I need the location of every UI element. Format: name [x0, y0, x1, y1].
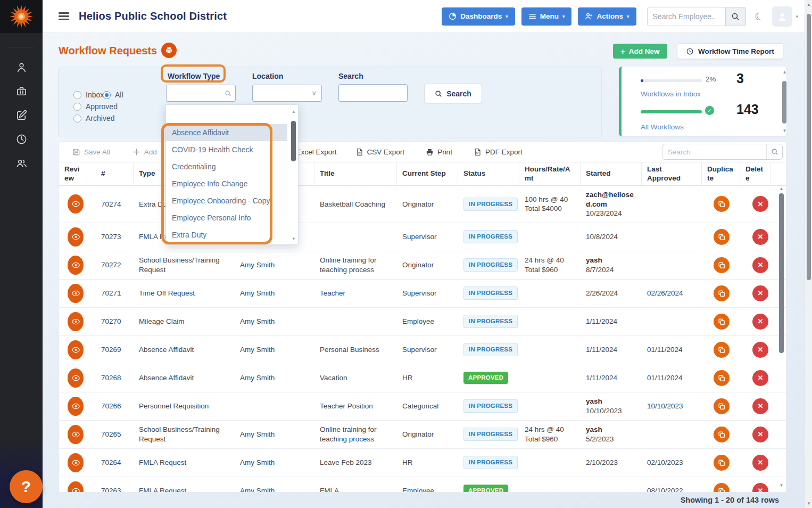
user-icon	[776, 11, 788, 22]
duplicate-button[interactable]	[714, 342, 730, 358]
workflow-type-combobox[interactable]	[166, 85, 236, 102]
review-button[interactable]	[68, 256, 84, 275]
users-icon[interactable]	[15, 157, 28, 169]
filter-search-button[interactable]: Search	[424, 84, 482, 103]
csv-export-button[interactable]: CSV Export	[355, 148, 405, 156]
dashboards-button[interactable]: Dashboards▾	[442, 7, 515, 26]
review-button[interactable]	[68, 340, 84, 359]
delete-button[interactable]: ✕	[752, 257, 768, 273]
duplicate-button[interactable]	[714, 370, 730, 386]
dropdown-option[interactable]: Employee Info Change	[166, 175, 287, 192]
delete-button[interactable]: ✕	[752, 229, 768, 245]
avatar-chevron-icon[interactable]: ▾	[796, 14, 798, 19]
duplicate-button[interactable]	[714, 483, 730, 493]
topbar: Helios Public School District Dashboards…	[43, 0, 805, 33]
scroll-down-icon[interactable]: ▼	[805, 501, 812, 506]
review-button[interactable]	[68, 194, 84, 214]
dropdown-option[interactable]: Credentialing	[166, 158, 287, 175]
dropdown-option[interactable]: COVID-19 Health Check	[166, 141, 287, 158]
review-button[interactable]	[68, 312, 84, 331]
duplicate-button[interactable]	[714, 427, 730, 443]
scrollbar-thumb[interactable]	[291, 121, 296, 161]
all-workflows-link[interactable]: All Workflows	[641, 123, 684, 131]
workflows-in-inbox-link[interactable]: Workflows in Inbox	[641, 90, 701, 98]
stats-scrollbar[interactable]: ▲ ▼	[782, 70, 788, 133]
delete-button[interactable]: ✕	[752, 342, 768, 358]
pdf-export-button[interactable]: PDF Export	[474, 148, 523, 156]
actions-button[interactable]: Actions▾	[578, 7, 636, 26]
help-button[interactable]: ?	[10, 470, 43, 503]
avatar[interactable]	[772, 6, 792, 27]
dropdown-option[interactable]: Employee Personal Info	[166, 209, 287, 226]
scroll-down-icon[interactable]: ▼	[291, 236, 296, 241]
table-scrollbar[interactable]: ▲ ▼	[778, 186, 785, 488]
dropdown-scrollbar[interactable]: ▲ ▼	[291, 109, 296, 241]
dark-mode-icon[interactable]: ☾	[753, 10, 766, 23]
duplicate-button[interactable]	[714, 229, 730, 245]
dropdown-option[interactable]: Extra Duty	[166, 226, 287, 243]
hours-cell	[519, 233, 581, 241]
radio-all[interactable]: All	[103, 91, 123, 99]
clock-icon[interactable]	[15, 133, 28, 145]
scrollbar-thumb[interactable]	[807, 14, 811, 280]
save-all-button[interactable]: Save All	[72, 148, 110, 156]
hamburger-menu-icon[interactable]	[59, 11, 69, 22]
dropdown-blank-option[interactable]	[166, 105, 298, 124]
scroll-up-icon[interactable]: ▲	[782, 70, 788, 75]
inbox-count: 3	[736, 71, 744, 86]
review-button[interactable]	[68, 284, 84, 303]
review-button[interactable]	[68, 453, 84, 472]
scroll-up-icon[interactable]: ▲	[778, 186, 785, 191]
duplicate-button[interactable]	[714, 196, 730, 212]
review-button[interactable]	[68, 227, 84, 247]
window-scrollbar[interactable]: ▲ ▼	[805, 0, 812, 508]
radio-archived[interactable]: Archived	[73, 114, 114, 122]
employee-icon[interactable]	[15, 61, 28, 73]
scrollbar-thumb[interactable]	[779, 193, 784, 353]
add-new-button[interactable]: + Add New	[613, 44, 667, 59]
location-select[interactable]: ∨	[252, 85, 322, 102]
delete-button[interactable]: ✕	[752, 427, 768, 443]
last-approved-cell	[642, 200, 702, 208]
duplicate-button[interactable]	[714, 285, 730, 301]
scroll-down-icon[interactable]: ▼	[782, 128, 788, 133]
app-logo[interactable]	[0, 0, 43, 33]
duplicate-button[interactable]	[714, 314, 730, 330]
dropdown-option[interactable]: Absence Affidavit	[166, 124, 287, 141]
search-icon[interactable]	[766, 144, 782, 159]
delete-button[interactable]: ✕	[752, 370, 768, 386]
print-button[interactable]: Print	[426, 148, 452, 156]
delete-button[interactable]: ✕	[752, 483, 768, 493]
employee-cell: Amy Smith	[235, 425, 314, 444]
scroll-down-icon[interactable]: ▼	[778, 483, 785, 488]
column-header: Duplicate	[702, 162, 740, 185]
duplicate-button[interactable]	[714, 455, 730, 471]
radio-inbox[interactable]: Inbox	[73, 91, 104, 99]
scrollbar-thumb[interactable]	[782, 81, 786, 124]
scroll-up-icon[interactable]: ▲	[291, 109, 296, 114]
delete-button[interactable]: ✕	[752, 314, 768, 330]
delete-button[interactable]: ✕	[752, 196, 768, 212]
delete-button[interactable]: ✕	[752, 398, 768, 414]
edit-icon[interactable]	[15, 109, 28, 121]
employee-search-button[interactable]	[726, 7, 746, 26]
review-button[interactable]	[68, 481, 84, 493]
delete-button[interactable]: ✕	[752, 285, 768, 301]
delete-button[interactable]: ✕	[752, 455, 768, 471]
table-search-input[interactable]	[662, 144, 765, 159]
review-button[interactable]	[68, 425, 84, 444]
menu-button[interactable]: Menu▾	[521, 7, 572, 26]
radio-approved[interactable]: Approved	[73, 102, 118, 111]
duplicate-button[interactable]	[714, 398, 730, 414]
add-row-button[interactable]: Add	[132, 148, 157, 156]
review-button[interactable]	[68, 397, 84, 416]
employee-search-input[interactable]	[647, 7, 726, 26]
scroll-up-icon[interactable]: ▲	[805, 2, 812, 7]
print-page-button[interactable]	[161, 43, 177, 58]
dropdown-option[interactable]: Employee Onboarding - Copy	[166, 192, 287, 209]
briefcase-icon[interactable]	[15, 85, 28, 97]
duplicate-button[interactable]	[714, 257, 730, 273]
review-button[interactable]	[68, 368, 84, 388]
filter-search-input[interactable]	[338, 84, 408, 102]
workflow-time-report-button[interactable]: Workflow Time Report	[677, 43, 783, 59]
